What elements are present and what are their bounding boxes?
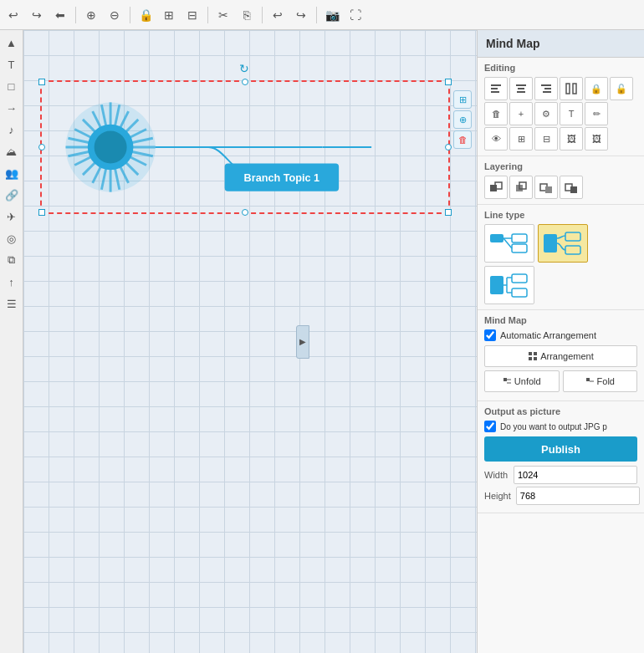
layout-btn[interactable]: ⊟ [182,5,202,25]
main-area: ▲ T □ → ♪ ⛰ 👥 🔗 ✈ ◎ ⧉ ↑ ☰ ↻ [0,30,644,653]
arrangement-btn[interactable]: Arrangement [484,345,637,367]
svg-rect-54 [544,234,557,253]
img2-btn[interactable]: 🖼 [585,127,608,150]
layers-icon[interactable]: ⧉ [3,251,21,269]
svg-rect-66 [529,357,532,360]
zoom-in-btn[interactable]: ⊕ [81,5,101,25]
svg-rect-53 [512,244,527,253]
send-backward-btn[interactable] [534,176,558,199]
align-center-btn[interactable] [509,77,533,100]
shape-icon[interactable]: □ [3,77,21,95]
float-btn-3[interactable]: 🗑 [453,130,472,149]
mindmap-selection[interactable]: ↻ [40,80,450,214]
float-btn-1[interactable]: ⊞ [453,90,472,109]
svg-line-52 [503,238,512,248]
mindmap-svg: Branch Topic 1 [42,82,448,212]
svg-rect-37 [544,88,551,89]
fullscreen-btn[interactable]: ⛶ [345,5,365,25]
editing-row3: 👁 ⊞ ⊟ 🖼 🖼 [484,127,637,150]
arrow-icon[interactable]: → [3,99,21,117]
right-panel-header: Mind Map [478,30,644,58]
upload-icon[interactable]: ↑ [3,273,21,291]
people-icon[interactable]: 👥 [3,164,21,182]
float-btn-2[interactable]: ⊕ [453,110,472,129]
text2-btn[interactable]: T [560,102,583,125]
grid-btn[interactable]: ⊞ [159,5,179,25]
undo-btn[interactable]: ↩ [3,5,23,25]
line-type-btn-1[interactable] [484,224,534,263]
width-row: Width [484,466,637,484]
svg-rect-55 [565,232,580,241]
unfold-btn[interactable]: Unfold [484,370,560,392]
rotate-handle[interactable]: ↻ [239,62,251,74]
align-right-btn[interactable] [534,77,558,100]
zoom-out-btn[interactable]: ⊖ [105,5,125,25]
send-back-btn[interactable] [560,176,583,199]
pencil-btn[interactable]: ✏ [585,102,608,125]
output-title: Output as picture [484,406,637,416]
svg-rect-67 [534,357,537,360]
redo-btn[interactable]: ↪ [27,5,47,25]
align-left-btn[interactable] [484,77,508,100]
cut-btn[interactable]: ✂ [213,5,233,25]
auto-arrangement-checkbox[interactable] [484,329,496,341]
layering-section: Layering [478,156,644,205]
svg-rect-49 [490,234,503,242]
redo2-btn[interactable]: ↪ [291,5,311,25]
connection-btn[interactable]: ⊞ [509,127,533,150]
svg-rect-48 [570,186,577,193]
settings-btn[interactable]: ⚙ [534,102,558,125]
canvas-area[interactable]: ↻ [23,30,477,653]
line-type-btn-3[interactable] [484,266,534,304]
delete-btn[interactable]: 🗑 [484,102,508,125]
unfold-fold-row: Unfold Fold [484,370,637,392]
music-icon[interactable]: ♪ [3,120,21,139]
pointer-icon[interactable]: ▲ [3,33,21,52]
width-input[interactable] [514,466,637,484]
text-icon[interactable]: T [3,55,21,74]
svg-rect-56 [565,246,580,254]
add-btn[interactable]: + [509,102,533,125]
editing-title: Editing [484,63,637,73]
copy-btn[interactable]: ⎘ [237,5,257,25]
bring-front-btn[interactable] [484,176,508,199]
line-type-title: Line type [484,210,637,220]
svg-rect-40 [573,84,576,94]
jpg-checkbox[interactable] [484,421,496,432]
circle-icon[interactable]: ◎ [3,229,21,247]
bring-forward-btn[interactable] [509,176,533,199]
plane-icon[interactable]: ✈ [3,207,21,226]
chart-icon[interactable]: ⛰ [3,142,21,161]
link-icon[interactable]: 🔗 [3,186,21,204]
unlock-btn[interactable]: 🔓 [610,77,633,100]
line-type-btn-2[interactable] [538,224,588,263]
lock-btn[interactable]: 🔒 [135,5,156,25]
lock2-btn[interactable]: 🔒 [585,77,608,100]
undo2-btn[interactable]: ↩ [268,5,288,25]
toolbar: ↩ ↪ ⬅ ⊕ ⊖ 🔒 ⊞ ⊟ ✂ ⎘ ↩ ↪ 📷 ⛶ [0,0,644,30]
right-panel: Mind Map Editing 🔒 🔓 [477,30,644,653]
svg-rect-38 [543,91,551,93]
edit2-btn[interactable]: ⊟ [534,127,558,150]
svg-text:Branch Topic 1: Branch Topic 1 [244,172,319,184]
menu-icon[interactable]: ☰ [3,294,21,313]
distribute-btn[interactable] [560,77,583,100]
jpg-label: Do you want to output JPG p [500,422,607,431]
back-btn[interactable]: ⬅ [50,5,70,25]
eye-btn[interactable]: 👁 [484,127,508,150]
jpg-checkbox-row: Do you want to output JPG p [484,421,637,432]
arrangement-label: Arrangement [540,351,594,361]
svg-rect-41 [490,185,497,191]
svg-rect-65 [534,352,537,355]
height-input[interactable] [516,487,640,505]
camera-btn[interactable]: 📷 [322,5,342,25]
collapse-arrow[interactable]: ▶ [296,325,309,359]
line-type-section: Line type [478,205,644,310]
publish-btn[interactable]: Publish [484,436,637,462]
layering-grid [484,176,637,199]
fold-btn[interactable]: Fold [563,370,638,392]
layering-title: Layering [484,161,637,171]
fold-label: Fold [597,376,615,386]
img-btn[interactable]: 🖼 [560,127,583,150]
left-sidebar: ▲ T □ → ♪ ⛰ 👥 🔗 ✈ ◎ ⧉ ↑ ☰ [0,30,23,653]
